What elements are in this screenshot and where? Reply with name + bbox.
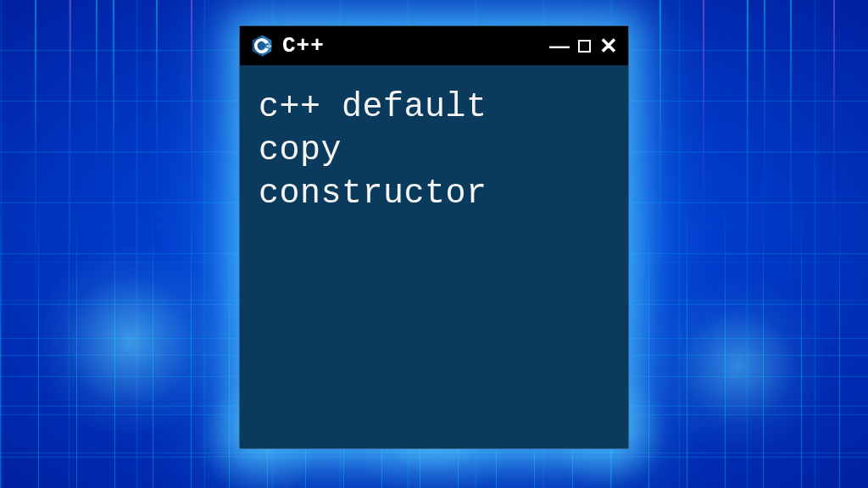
window-controls: — ✕ xyxy=(549,35,618,57)
close-icon[interactable]: ✕ xyxy=(599,35,618,57)
maximize-icon[interactable] xyxy=(578,36,591,56)
window-content: c++ default copy constructor xyxy=(240,65,628,448)
svg-text:+: + xyxy=(269,43,272,48)
terminal-window: + + C++ — ✕ c++ default copy constructor xyxy=(239,25,629,449)
minimize-icon[interactable]: — xyxy=(549,36,570,56)
window-title: C++ xyxy=(282,33,541,58)
cpp-logo-icon: + + xyxy=(250,34,274,58)
window-titlebar[interactable]: + + C++ — ✕ xyxy=(240,26,628,65)
